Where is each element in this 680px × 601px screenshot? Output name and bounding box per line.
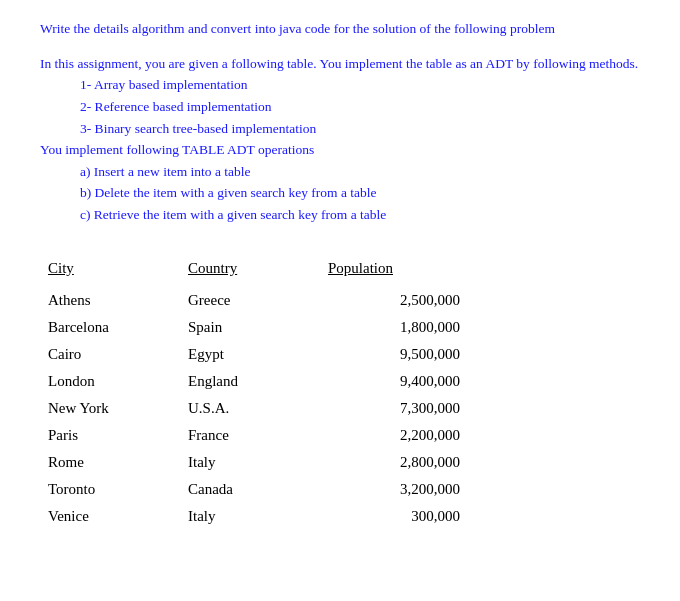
cell-population: 300,000 <box>320 503 460 530</box>
operations-intro: You implement following TABLE ADT operat… <box>40 142 314 157</box>
cell-population: 7,300,000 <box>320 395 460 422</box>
table-row: BarcelonaSpain1,800,000 <box>40 314 460 341</box>
cell-city: Athens <box>40 287 180 314</box>
cell-population: 1,800,000 <box>320 314 460 341</box>
cell-city: New York <box>40 395 180 422</box>
cell-country: Spain <box>180 314 320 341</box>
cell-city: Venice <box>40 503 180 530</box>
cell-population: 9,400,000 <box>320 368 460 395</box>
page-title: Write the details algorithm and convert … <box>40 20 640 39</box>
lettered-item-c: c) Retrieve the item with a given search… <box>80 204 640 226</box>
column-header-country: Country <box>180 256 320 287</box>
cell-city: Barcelona <box>40 314 180 341</box>
table-row: CairoEgypt9,500,000 <box>40 341 460 368</box>
cell-population: 9,500,000 <box>320 341 460 368</box>
cell-country: Italy <box>180 449 320 476</box>
table-row: New YorkU.S.A.7,300,000 <box>40 395 460 422</box>
data-table-container: City Country Population AthensGreece2,50… <box>40 256 640 530</box>
table-row: LondonEngland9,400,000 <box>40 368 460 395</box>
cell-city: Rome <box>40 449 180 476</box>
cell-country: Greece <box>180 287 320 314</box>
intro-section: In this assignment, you are given a foll… <box>40 53 640 226</box>
table-row: AthensGreece2,500,000 <box>40 287 460 314</box>
column-header-city: City <box>40 256 180 287</box>
table-row: TorontoCanada3,200,000 <box>40 476 460 503</box>
cell-country: England <box>180 368 320 395</box>
cell-population: 2,200,000 <box>320 422 460 449</box>
cell-country: U.S.A. <box>180 395 320 422</box>
cell-country: Canada <box>180 476 320 503</box>
lettered-item-b: b) Delete the item with a given search k… <box>80 182 640 204</box>
lettered-item-a: a) Insert a new item into a table <box>80 161 640 183</box>
cell-city: Toronto <box>40 476 180 503</box>
numbered-item-1: 1- Array based implementation <box>80 74 640 96</box>
table-row: VeniceItaly300,000 <box>40 503 460 530</box>
cell-population: 3,200,000 <box>320 476 460 503</box>
cell-country: Italy <box>180 503 320 530</box>
table-row: ParisFrance2,200,000 <box>40 422 460 449</box>
cell-population: 2,800,000 <box>320 449 460 476</box>
cell-population: 2,500,000 <box>320 287 460 314</box>
table-row: RomeItaly2,800,000 <box>40 449 460 476</box>
cell-city: Cairo <box>40 341 180 368</box>
cell-country: France <box>180 422 320 449</box>
cell-city: London <box>40 368 180 395</box>
column-header-population: Population <box>320 256 460 287</box>
city-table: City Country Population AthensGreece2,50… <box>40 256 460 530</box>
numbered-item-3: 3- Binary search tree-based implementati… <box>80 118 640 140</box>
numbered-item-2: 2- Reference based implementation <box>80 96 640 118</box>
intro-paragraph: In this assignment, you are given a foll… <box>40 56 638 71</box>
cell-city: Paris <box>40 422 180 449</box>
cell-country: Egypt <box>180 341 320 368</box>
